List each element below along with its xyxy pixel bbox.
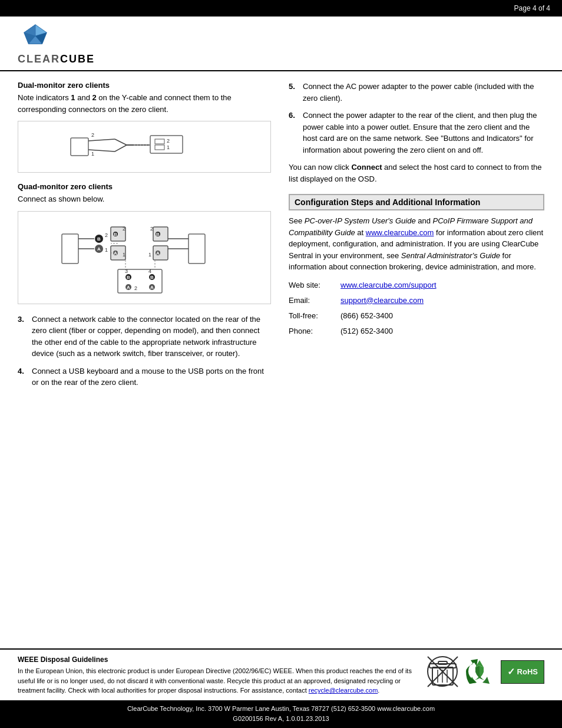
step-6: 6. Connect the power adapter to the rear… bbox=[289, 110, 544, 156]
weee-bin-icon bbox=[427, 655, 459, 688]
clearcube-link[interactable]: www.clearcube.com bbox=[366, 228, 434, 237]
phone-label: Phone: bbox=[289, 325, 336, 338]
dual-monitor-text: Note indicators 1 and 2 on the Y-cable a… bbox=[18, 92, 271, 115]
svg-rect-19 bbox=[62, 234, 78, 263]
svg-text:1: 1 bbox=[91, 151, 94, 157]
left-column: Dual-monitor zero clients Note indicator… bbox=[18, 81, 271, 643]
step-5-text: Connect the AC power adapter to the powe… bbox=[303, 81, 544, 104]
logo-cube-text: CUBE bbox=[60, 53, 95, 65]
quad-diagram-svg: B A 2 1 B 2 B 2 bbox=[59, 216, 230, 299]
weee-title: WEEE Disposal Guidelines bbox=[18, 655, 415, 664]
logo-text: CLEAR CUBE bbox=[18, 53, 95, 65]
svg-text:A: A bbox=[150, 285, 154, 290]
top-bar: Page 4 of 4 bbox=[0, 0, 562, 17]
main-content: Dual-monitor zero clients Note indicator… bbox=[0, 71, 562, 648]
recycle-icon bbox=[464, 655, 496, 688]
connect-note: You can now click Connect and select the… bbox=[289, 162, 544, 185]
svg-text:A: A bbox=[97, 246, 101, 252]
step-6-num: 6. bbox=[289, 110, 299, 156]
tollfree-label: Toll-free: bbox=[289, 309, 336, 322]
svg-text:2: 2 bbox=[91, 132, 94, 138]
rohs-check: ✓ bbox=[507, 666, 515, 677]
svg-line-10 bbox=[115, 139, 127, 145]
weee-section: WEEE Disposal Guidelines In the European… bbox=[0, 648, 562, 700]
website-label: Web site: bbox=[289, 279, 336, 292]
step-5: 5. Connect the AC power adapter to the p… bbox=[289, 81, 544, 104]
weee-body: In the European Union, this electronic p… bbox=[18, 666, 415, 696]
dual-monitor-title: Dual-monitor zero clients bbox=[18, 81, 271, 90]
svg-text:1: 1 bbox=[148, 252, 151, 258]
logo-clear-text: CLEAR bbox=[18, 53, 60, 65]
quad-monitor-diagram: B A 2 1 B 2 B 2 bbox=[18, 211, 271, 304]
step-3-num: 3. bbox=[18, 314, 28, 360]
weee-text-col: WEEE Disposal Guidelines In the European… bbox=[18, 655, 415, 696]
clearcube-logo-icon bbox=[18, 22, 53, 52]
step-6-text: Connect the power adapter to the rear of… bbox=[303, 110, 544, 156]
svg-text:B: B bbox=[114, 232, 117, 237]
svg-text:A: A bbox=[156, 251, 160, 256]
step-3: 3. Connect a network cable to the connec… bbox=[18, 314, 271, 360]
page-indicator: Page 4 of 4 bbox=[514, 4, 550, 12]
svg-line-11 bbox=[115, 145, 127, 151]
bottom-bar: ClearCube Technology, Inc. 3700 W Parmer… bbox=[0, 700, 562, 728]
logo-container: CLEAR CUBE bbox=[18, 22, 95, 65]
step-5-num: 5. bbox=[289, 81, 299, 104]
website-link[interactable]: www.clearcube.com/support bbox=[340, 279, 544, 292]
svg-text:1: 1 bbox=[123, 252, 125, 258]
svg-line-6 bbox=[88, 139, 115, 141]
svg-rect-67 bbox=[438, 661, 447, 664]
svg-text:2: 2 bbox=[123, 226, 125, 232]
quad-monitor-title: Quad-monitor zero clients bbox=[18, 182, 271, 191]
steps-list-left: 3. Connect a network cable to the connec… bbox=[18, 314, 271, 388]
email-label: Email: bbox=[289, 294, 336, 307]
svg-text:2: 2 bbox=[105, 232, 108, 238]
config-body: See PC-over-IP System User's Guide and P… bbox=[289, 215, 544, 273]
svg-text:2: 2 bbox=[150, 226, 153, 232]
svg-rect-32 bbox=[153, 227, 168, 241]
svg-rect-14 bbox=[155, 139, 164, 144]
step-4-text: Connect a USB keyboard and a mouse to th… bbox=[32, 365, 271, 388]
quad-monitor-text: Connect as shown below. bbox=[18, 193, 271, 205]
weee-icons-col: ✓ RoHS bbox=[427, 655, 544, 688]
tollfree-value: (866) 652-3400 bbox=[340, 309, 544, 322]
page-wrapper: Page 4 of 4 CLEAR CUBE Dual-monitor zero… bbox=[0, 0, 562, 728]
dual-monitor-diagram: 2 1 2 1 bbox=[18, 121, 271, 173]
steps-list-right: 5. Connect the AC power adapter to the p… bbox=[289, 81, 544, 156]
header-area: CLEAR CUBE bbox=[0, 17, 562, 71]
svg-text:2: 2 bbox=[167, 138, 170, 144]
footer-line1: ClearCube Technology, Inc. 3700 W Parmer… bbox=[127, 704, 435, 714]
dual-diagram-svg: 2 1 2 1 bbox=[68, 126, 221, 167]
svg-text:A: A bbox=[127, 285, 130, 290]
svg-rect-44 bbox=[189, 234, 205, 263]
step-3-text: Connect a network cable to the connector… bbox=[32, 314, 271, 360]
svg-text:2: 2 bbox=[134, 285, 137, 291]
config-section-title: Configuration Steps and Additional Infor… bbox=[289, 194, 544, 210]
svg-text:B: B bbox=[97, 236, 101, 242]
rohs-badge: ✓ RoHS bbox=[501, 660, 544, 684]
svg-text:B: B bbox=[156, 232, 160, 237]
phone-value: (512) 652-3400 bbox=[340, 325, 544, 338]
recycle-link[interactable]: recycle@clearcube.com bbox=[309, 687, 378, 694]
step-4: 4. Connect a USB keyboard and a mouse to… bbox=[18, 365, 271, 388]
footer-line2: G0200156 Rev A, 1.0.01.23.2013 bbox=[233, 714, 329, 724]
email-link[interactable]: support@clearcube.com bbox=[340, 294, 544, 307]
svg-rect-15 bbox=[155, 145, 164, 150]
svg-rect-5 bbox=[71, 138, 88, 156]
rohs-text: RoHS bbox=[517, 667, 538, 676]
svg-text:4: 4 bbox=[148, 268, 151, 274]
svg-text:B: B bbox=[127, 275, 130, 280]
svg-text:1: 1 bbox=[167, 144, 170, 150]
step-4-num: 4. bbox=[18, 365, 28, 388]
svg-text:1: 1 bbox=[105, 247, 108, 253]
contact-grid: Web site: www.clearcube.com/support Emai… bbox=[289, 279, 544, 338]
svg-text:B: B bbox=[150, 275, 154, 280]
right-column: 5. Connect the AC power adapter to the p… bbox=[289, 81, 544, 643]
svg-rect-40 bbox=[153, 246, 168, 260]
